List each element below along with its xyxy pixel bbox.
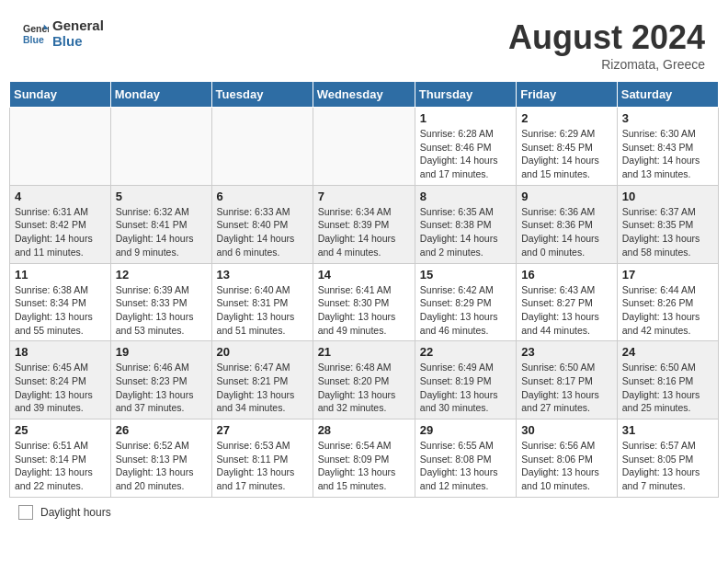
calendar-cell: 17Sunrise: 6:44 AM Sunset: 8:26 PM Dayli… [617, 263, 718, 341]
day-info: Sunrise: 6:45 AM Sunset: 8:24 PM Dayligh… [15, 361, 106, 415]
day-number: 21 [318, 345, 410, 359]
daylight-label: Daylight hours [40, 506, 111, 519]
day-info: Sunrise: 6:41 AM Sunset: 8:30 PM Dayligh… [318, 283, 410, 338]
day-info: Sunrise: 6:33 AM Sunset: 8:40 PM Dayligh… [217, 205, 308, 259]
location: Rizomata, Greece [508, 57, 705, 72]
day-number: 3 [622, 111, 713, 125]
day-info: Sunrise: 6:30 AM Sunset: 8:43 PM Dayligh… [622, 127, 713, 181]
calendar-cell: 28Sunrise: 6:54 AM Sunset: 8:09 PM Dayli… [313, 419, 415, 498]
day-info: Sunrise: 6:28 AM Sunset: 8:46 PM Dayligh… [420, 127, 511, 181]
calendar-cell: 31Sunrise: 6:57 AM Sunset: 8:05 PM Dayli… [617, 419, 718, 498]
day-number: 28 [318, 423, 410, 437]
calendar-header-thursday: Thursday [415, 82, 516, 108]
calendar-cell [211, 108, 313, 186]
calendar-cell: 21Sunrise: 6:48 AM Sunset: 8:20 PM Dayli… [313, 341, 415, 419]
calendar-cell [110, 108, 211, 186]
day-number: 14 [318, 268, 410, 282]
day-number: 17 [622, 268, 713, 282]
day-info: Sunrise: 6:37 AM Sunset: 8:35 PM Dayligh… [622, 205, 713, 259]
calendar-cell: 3Sunrise: 6:30 AM Sunset: 8:43 PM Daylig… [617, 108, 718, 186]
day-number: 9 [521, 190, 612, 203]
daylight-swatch [18, 505, 33, 520]
calendar-cell: 16Sunrise: 6:43 AM Sunset: 8:27 PM Dayli… [517, 263, 618, 341]
day-number: 26 [116, 423, 207, 437]
calendar-week-row: 4Sunrise: 6:31 AM Sunset: 8:42 PM Daylig… [10, 185, 719, 263]
calendar-cell: 23Sunrise: 6:50 AM Sunset: 8:17 PM Dayli… [517, 341, 618, 419]
day-number: 1 [420, 111, 511, 125]
calendar-cell: 5Sunrise: 6:32 AM Sunset: 8:41 PM Daylig… [110, 185, 211, 263]
day-info: Sunrise: 6:53 AM Sunset: 8:11 PM Dayligh… [217, 439, 308, 493]
day-number: 18 [15, 345, 106, 359]
day-info: Sunrise: 6:50 AM Sunset: 8:17 PM Dayligh… [521, 361, 612, 415]
day-number: 29 [420, 423, 511, 437]
calendar-week-row: 11Sunrise: 6:38 AM Sunset: 8:34 PM Dayli… [10, 263, 719, 341]
day-info: Sunrise: 6:40 AM Sunset: 8:31 PM Dayligh… [217, 283, 308, 338]
day-number: 25 [15, 423, 106, 437]
calendar-cell: 20Sunrise: 6:47 AM Sunset: 8:21 PM Dayli… [211, 341, 313, 419]
calendar-cell: 12Sunrise: 6:39 AM Sunset: 8:33 PM Dayli… [110, 263, 211, 341]
title-block: August 2024 Rizomata, Greece [508, 18, 705, 72]
calendar-cell: 27Sunrise: 6:53 AM Sunset: 8:11 PM Dayli… [211, 419, 313, 498]
day-number: 10 [622, 190, 713, 203]
calendar-header-wednesday: Wednesday [313, 82, 415, 108]
day-number: 12 [116, 268, 207, 282]
calendar-cell: 24Sunrise: 6:50 AM Sunset: 8:16 PM Dayli… [617, 341, 718, 419]
day-info: Sunrise: 6:50 AM Sunset: 8:16 PM Dayligh… [622, 361, 713, 415]
day-number: 30 [521, 423, 612, 437]
day-info: Sunrise: 6:48 AM Sunset: 8:20 PM Dayligh… [318, 361, 410, 415]
day-number: 31 [622, 423, 713, 437]
calendar-cell: 1Sunrise: 6:28 AM Sunset: 8:46 PM Daylig… [415, 108, 516, 186]
day-info: Sunrise: 6:39 AM Sunset: 8:33 PM Dayligh… [116, 283, 207, 338]
calendar-cell: 14Sunrise: 6:41 AM Sunset: 8:30 PM Dayli… [313, 263, 415, 341]
calendar-cell [10, 108, 111, 186]
day-info: Sunrise: 6:29 AM Sunset: 8:45 PM Dayligh… [521, 127, 612, 181]
calendar-cell: 26Sunrise: 6:52 AM Sunset: 8:13 PM Dayli… [110, 419, 211, 498]
day-number: 23 [521, 345, 612, 359]
day-info: Sunrise: 6:55 AM Sunset: 8:08 PM Dayligh… [420, 439, 511, 493]
day-info: Sunrise: 6:35 AM Sunset: 8:38 PM Dayligh… [420, 205, 511, 259]
calendar-cell: 8Sunrise: 6:35 AM Sunset: 8:38 PM Daylig… [415, 185, 516, 263]
day-info: Sunrise: 6:47 AM Sunset: 8:21 PM Dayligh… [217, 361, 308, 415]
day-info: Sunrise: 6:52 AM Sunset: 8:13 PM Dayligh… [116, 439, 207, 493]
day-number: 4 [15, 190, 106, 203]
page-header: General Blue General Blue August 2024 Ri… [9, 9, 719, 76]
calendar-cell: 22Sunrise: 6:49 AM Sunset: 8:19 PM Dayli… [415, 341, 516, 419]
day-number: 2 [521, 111, 612, 125]
day-info: Sunrise: 6:56 AM Sunset: 8:06 PM Dayligh… [521, 439, 612, 493]
day-number: 27 [217, 423, 308, 437]
calendar-cell: 13Sunrise: 6:40 AM Sunset: 8:31 PM Dayli… [211, 263, 313, 341]
logo-icon: General Blue [23, 21, 49, 47]
day-info: Sunrise: 6:38 AM Sunset: 8:34 PM Dayligh… [15, 283, 106, 338]
logo: General Blue General Blue [23, 18, 104, 49]
calendar-cell: 11Sunrise: 6:38 AM Sunset: 8:34 PM Dayli… [10, 263, 111, 341]
calendar-cell: 9Sunrise: 6:36 AM Sunset: 8:36 PM Daylig… [517, 185, 618, 263]
day-number: 20 [217, 345, 308, 359]
day-number: 11 [15, 268, 106, 282]
day-info: Sunrise: 6:44 AM Sunset: 8:26 PM Dayligh… [622, 283, 713, 338]
calendar-week-row: 1Sunrise: 6:28 AM Sunset: 8:46 PM Daylig… [10, 108, 719, 186]
day-number: 22 [420, 345, 511, 359]
calendar-cell: 29Sunrise: 6:55 AM Sunset: 8:08 PM Dayli… [415, 419, 516, 498]
calendar-week-row: 25Sunrise: 6:51 AM Sunset: 8:14 PM Dayli… [10, 419, 719, 498]
calendar-cell: 30Sunrise: 6:56 AM Sunset: 8:06 PM Dayli… [517, 419, 618, 498]
svg-text:Blue: Blue [23, 33, 44, 44]
day-number: 6 [217, 190, 308, 203]
calendar-header-row: SundayMondayTuesdayWednesdayThursdayFrid… [10, 82, 719, 108]
calendar-week-row: 18Sunrise: 6:45 AM Sunset: 8:24 PM Dayli… [10, 341, 719, 419]
calendar-cell [313, 108, 415, 186]
calendar-cell: 15Sunrise: 6:42 AM Sunset: 8:29 PM Dayli… [415, 263, 516, 341]
calendar-cell: 18Sunrise: 6:45 AM Sunset: 8:24 PM Dayli… [10, 341, 111, 419]
calendar-cell: 19Sunrise: 6:46 AM Sunset: 8:23 PM Dayli… [110, 341, 211, 419]
day-info: Sunrise: 6:31 AM Sunset: 8:42 PM Dayligh… [15, 205, 106, 259]
logo-blue-text: Blue [52, 34, 104, 50]
calendar-header-friday: Friday [517, 82, 618, 108]
calendar-header-sunday: Sunday [10, 82, 111, 108]
day-info: Sunrise: 6:51 AM Sunset: 8:14 PM Dayligh… [15, 439, 106, 493]
month-title: August 2024 [508, 18, 705, 57]
day-info: Sunrise: 6:36 AM Sunset: 8:36 PM Dayligh… [521, 205, 612, 259]
day-info: Sunrise: 6:49 AM Sunset: 8:19 PM Dayligh… [420, 361, 511, 415]
calendar-cell: 6Sunrise: 6:33 AM Sunset: 8:40 PM Daylig… [211, 185, 313, 263]
day-info: Sunrise: 6:46 AM Sunset: 8:23 PM Dayligh… [116, 361, 207, 415]
calendar-header-saturday: Saturday [617, 82, 718, 108]
day-number: 24 [622, 345, 713, 359]
